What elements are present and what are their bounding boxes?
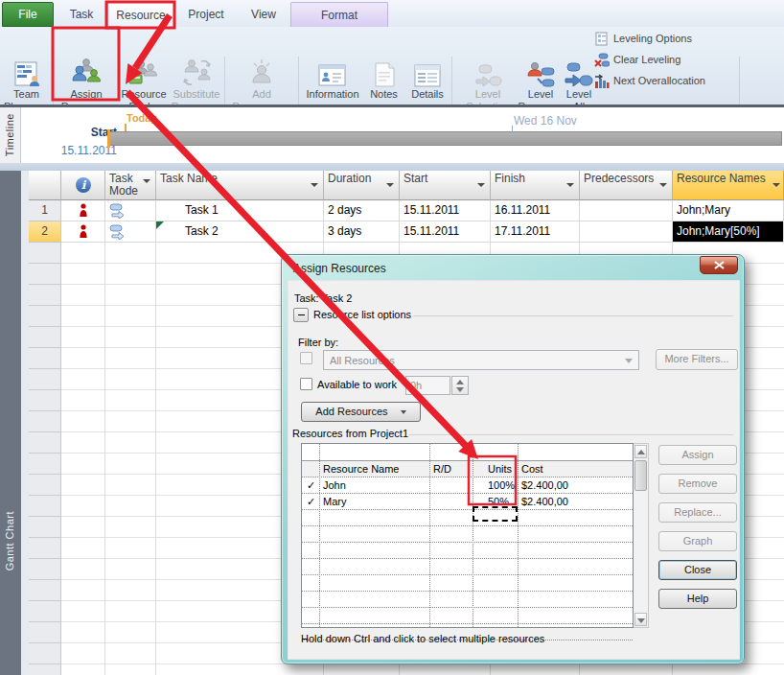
filter-combobox[interactable]: All Resources bbox=[323, 350, 639, 370]
grid-header-rd[interactable]: R/D bbox=[433, 463, 451, 475]
column-header-finish[interactable]: Finish bbox=[491, 171, 580, 200]
column-header-info[interactable] bbox=[61, 171, 105, 200]
column-dropdown-icon[interactable] bbox=[386, 183, 394, 187]
indicator-cell[interactable] bbox=[61, 200, 105, 221]
column-dropdown-icon[interactable] bbox=[311, 183, 318, 187]
resource-names-cell[interactable]: John;Mary bbox=[673, 200, 784, 221]
scrollbar-down-button[interactable] bbox=[634, 613, 647, 626]
column-dropdown-icon[interactable] bbox=[566, 183, 574, 187]
column-header-start[interactable]: Start bbox=[400, 171, 491, 200]
grid-edit-row[interactable] bbox=[302, 444, 633, 461]
tab-project[interactable]: Project bbox=[176, 2, 236, 27]
start-cell[interactable]: 15.11.2011 bbox=[400, 221, 491, 243]
grid-header-cost[interactable]: Cost bbox=[521, 463, 543, 475]
grid-empty-row[interactable] bbox=[302, 575, 633, 592]
grid-scrollbar[interactable] bbox=[634, 443, 649, 628]
group-rule bbox=[409, 434, 733, 435]
row-number[interactable]: 2 bbox=[29, 221, 61, 243]
next-overallocation-button[interactable]: Next Overallocation bbox=[594, 72, 705, 89]
task-name-text: Task 2 bbox=[185, 224, 219, 238]
timeline-bar[interactable] bbox=[107, 131, 782, 146]
indicator-cell[interactable] bbox=[61, 221, 105, 243]
select-all-corner[interactable] bbox=[29, 171, 61, 200]
column-header-label: Task Mode bbox=[109, 173, 140, 198]
column-dropdown-icon[interactable] bbox=[659, 183, 667, 187]
selected-units-cell-marquee[interactable] bbox=[473, 506, 518, 522]
grid-row-mary[interactable]: ✓ Mary 50% $2.400,00 bbox=[302, 494, 633, 510]
pane-splitter[interactable] bbox=[0, 163, 784, 171]
resource-name-cell[interactable]: Mary bbox=[323, 496, 346, 507]
add-resources-icon bbox=[248, 57, 275, 88]
timeline-pane-label: Timeline bbox=[4, 113, 15, 156]
column-header-resource-names[interactable]: Resource Names bbox=[673, 171, 784, 200]
help-button[interactable]: Help bbox=[658, 589, 737, 609]
column-header-duration[interactable]: Duration bbox=[324, 171, 400, 200]
tab-format[interactable]: Format bbox=[290, 2, 388, 27]
gantt-pane-label: Gantt Chart bbox=[4, 511, 15, 570]
start-cell[interactable]: 15.11.2011 bbox=[400, 200, 491, 221]
column-header-label: Finish bbox=[495, 172, 525, 185]
grid-empty-row[interactable] bbox=[302, 526, 633, 543]
grid-header-units[interactable]: Units bbox=[488, 463, 512, 475]
predecessors-cell[interactable] bbox=[580, 221, 673, 243]
team-planner-label-1: Team bbox=[13, 88, 39, 101]
task-mode-cell[interactable] bbox=[105, 200, 156, 221]
spinner-up-icon[interactable] bbox=[456, 380, 464, 384]
replace-button[interactable]: Replace... bbox=[658, 502, 737, 523]
tab-view[interactable]: View bbox=[238, 2, 289, 27]
duration-cell[interactable]: 2 days bbox=[324, 200, 400, 221]
tab-task[interactable]: Task bbox=[56, 2, 107, 27]
grid-row-john[interactable]: ✓ John 100% $2.400,00 bbox=[302, 477, 633, 494]
cost-cell[interactable]: $2.400,00 bbox=[521, 479, 568, 491]
column-dropdown-icon[interactable] bbox=[772, 183, 780, 187]
options-expander-button[interactable] bbox=[293, 308, 309, 322]
grid-empty-row[interactable] bbox=[302, 559, 633, 575]
close-button[interactable]: Close bbox=[658, 560, 737, 580]
dialog-task-label: Task: Task 2 bbox=[294, 292, 352, 304]
hours-spinner[interactable] bbox=[451, 376, 469, 395]
overallocated-person-icon bbox=[79, 203, 88, 219]
graph-button[interactable]: Graph bbox=[658, 531, 737, 551]
available-to-work-checkbox[interactable] bbox=[300, 378, 312, 390]
column-dropdown-icon[interactable] bbox=[143, 179, 150, 183]
available-hours-input[interactable] bbox=[405, 376, 450, 395]
units-cell[interactable]: 100% bbox=[488, 479, 515, 491]
column-header-task-mode[interactable]: Task Mode bbox=[105, 171, 156, 200]
column-header-predecessors[interactable]: Predecessors bbox=[580, 171, 673, 200]
grid-empty-row[interactable] bbox=[302, 592, 633, 608]
cost-cell[interactable]: $2.400,00 bbox=[521, 496, 568, 507]
leveling-options-icon bbox=[594, 32, 610, 46]
finish-cell[interactable]: 17.11.2011 bbox=[491, 221, 580, 243]
remove-button[interactable]: Remove bbox=[658, 474, 737, 494]
column-dropdown-icon[interactable] bbox=[477, 183, 485, 187]
resource-name-cell[interactable]: John bbox=[323, 479, 346, 491]
duration-cell[interactable]: 3 days bbox=[324, 221, 400, 243]
predecessors-cell[interactable] bbox=[580, 200, 673, 221]
task-name-cell[interactable]: Task 1 bbox=[156, 200, 324, 221]
leveling-options-button[interactable]: Leveling Options bbox=[594, 30, 692, 47]
more-filters-button[interactable]: More Filters... bbox=[656, 349, 738, 370]
dialog-close-button[interactable] bbox=[700, 256, 738, 274]
row-number[interactable]: 1 bbox=[29, 200, 61, 221]
assign-button[interactable]: Assign bbox=[658, 445, 737, 465]
scrollbar-thumb[interactable] bbox=[634, 460, 647, 491]
task-mode-cell[interactable] bbox=[105, 221, 156, 243]
grid-empty-row[interactable] bbox=[302, 543, 633, 559]
task-name-cell[interactable]: Task 2 bbox=[156, 221, 324, 243]
tab-resource[interactable]: Resource bbox=[107, 2, 174, 27]
finish-cell[interactable]: 16.11.2011 bbox=[491, 200, 580, 221]
grid-header-resource-name[interactable]: Resource Name bbox=[323, 463, 399, 475]
clear-leveling-button[interactable]: Clear Leveling bbox=[594, 51, 680, 68]
spinner-down-icon[interactable] bbox=[456, 387, 464, 392]
grid-empty-row[interactable] bbox=[302, 510, 633, 526]
close-icon bbox=[714, 261, 725, 269]
information-icon bbox=[318, 57, 347, 88]
tab-file[interactable]: File bbox=[2, 2, 54, 27]
grid-empty-row[interactable] bbox=[302, 608, 633, 624]
scrollbar-up-button[interactable] bbox=[634, 445, 647, 458]
filter-checkbox[interactable] bbox=[300, 352, 312, 364]
clear-leveling-label: Clear Leveling bbox=[613, 54, 680, 65]
resource-names-cell-selected[interactable]: John;Mary[50%] bbox=[673, 221, 784, 243]
add-resources-dropdown-button[interactable]: Add Resources bbox=[301, 402, 421, 422]
column-header-task-name[interactable]: Task Name bbox=[156, 171, 324, 200]
